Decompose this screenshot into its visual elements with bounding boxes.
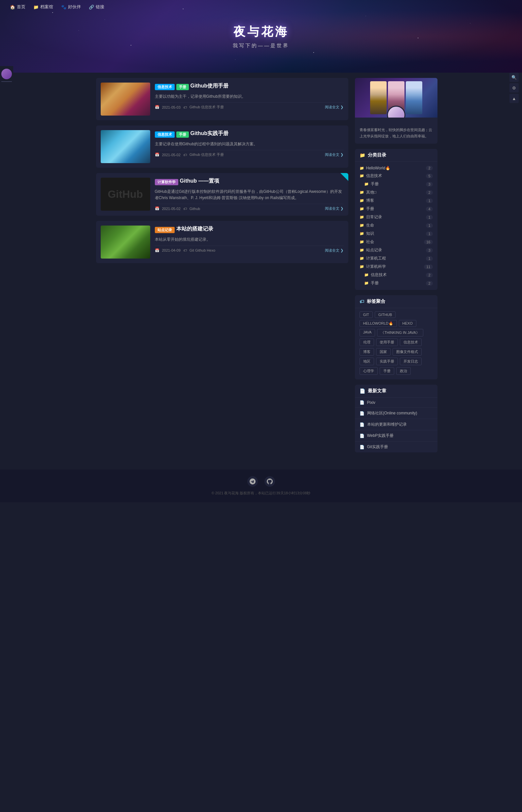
tag-chip[interactable]: 实践手册 <box>376 358 398 365</box>
article-tags: 计算软件学 Github ——置项 <box>155 178 344 187</box>
recent-post-title: Pixiv <box>367 400 376 405</box>
category-name: 📁 计算机科学 <box>360 264 386 269</box>
nav-item-friends[interactable]: 🐾 好伙伴 <box>61 4 81 10</box>
category-item[interactable]: 📁 生命 1 <box>355 221 438 229</box>
home-icon: 🏠 <box>10 5 15 9</box>
recent-post-icon: 📄 <box>360 400 364 405</box>
article-tags: 站点记录 本站的搭建记录 <box>155 226 344 235</box>
category-item-sub[interactable]: 📁 手册 3 <box>355 180 438 188</box>
cat-folder-icon: 📁 <box>360 190 364 195</box>
recent-post-item[interactable]: 📄 网络社区(Online community) <box>355 408 438 419</box>
category-item[interactable]: 📁 手册 4 <box>355 205 438 213</box>
tag-chip[interactable]: GITHUB <box>375 311 396 318</box>
nav-item-home[interactable]: 🏠 首页 <box>10 4 25 10</box>
recent-post-icon: 📄 <box>360 422 364 427</box>
category-item[interactable]: 📁 信息技术 5 <box>355 172 438 180</box>
widget-header-tags: 🏷 标签聚合 <box>355 295 438 308</box>
archive-icon: 📁 <box>33 5 39 9</box>
category-item-sub[interactable]: 📁 手册 2 <box>355 279 438 287</box>
tag-chip[interactable]: JAVA <box>360 329 376 337</box>
cat-folder-icon: 📁 <box>360 248 364 252</box>
article-thumbnail <box>101 83 150 116</box>
article-excerpt: GitHub是通过Git进行版本控制的软件源代码托管服务平台，由GitHub公司… <box>155 188 344 201</box>
footer-copy-text: © 2021 夜与花海 版权所有，本站已运行39天18小时13分08秒 <box>6 491 516 496</box>
right-sidebar-icons: 🔍 ⚙ ▲ <box>509 73 519 103</box>
category-item[interactable]: 📁 日常记录 1 <box>355 213 438 221</box>
article-card: 信息技术 手册 Github使用手册 主要以功能为主干，记录使用Github所需… <box>96 78 348 120</box>
article-card: 站点记录 本站的搭建记录 本站从零开始的填坑搭建记录。 📅 2021-04-09… <box>96 221 348 263</box>
tag-chip[interactable]: 心理学 <box>360 367 378 375</box>
main-content: 信息技术 手册 Github使用手册 主要以功能为主干，记录使用Github所需… <box>96 78 348 458</box>
article-title[interactable]: Github实践手册 <box>190 130 229 137</box>
article-date: 2021-04-09 <box>162 248 181 252</box>
recent-post-icon: 📄 <box>360 445 364 449</box>
tag-chip[interactable]: 图像文件格式 <box>393 348 422 356</box>
tag-chip[interactable]: HEXO <box>399 320 416 327</box>
tag-chip[interactable]: 地区 <box>360 358 374 365</box>
article-title[interactable]: Github使用手册 <box>190 83 229 89</box>
tag-chip[interactable]: 使用手册 <box>376 339 398 346</box>
tag-chip[interactable]: 开发日志 <box>400 358 422 365</box>
profile-quote: 青春倏富蓄时光，轻快的脚步在世间流趟；云上光华从指间绽放，地上人们自由而幸福。 <box>360 127 433 139</box>
read-more-link[interactable]: 阅读全文 ❯ <box>325 152 343 157</box>
article-thumbnail: GitHub <box>101 178 150 211</box>
category-item[interactable]: 📁 站点记录 3 <box>355 246 438 254</box>
read-more-link[interactable]: 阅读全文 ❯ <box>325 206 343 211</box>
recent-post-item[interactable]: 📄 WebP实践手册 <box>355 430 438 442</box>
anime-char-1 <box>370 81 387 114</box>
nav-item-archive[interactable]: 📁 档案馆 <box>33 4 53 10</box>
tag-chip[interactable]: 国家 <box>376 348 390 356</box>
category-name: 📁 手册 <box>360 206 374 212</box>
category-item[interactable]: 📁 博客 1 <box>355 197 438 205</box>
category-item[interactable]: 📁 计算机科学 11 <box>355 263 438 271</box>
category-item[interactable]: 📁 社会 16 <box>355 238 438 246</box>
github-button[interactable] <box>264 476 275 487</box>
nav-item-links[interactable]: 🔗 链接 <box>89 4 104 10</box>
scroll-top-button[interactable]: ▲ <box>509 94 519 103</box>
sidebar: 青春倏富蓄时光，轻快的脚步在世间流趟；云上光华从指间绽放，地上人们自由而幸福。 … <box>355 78 438 458</box>
telegram-button[interactable] <box>247 476 258 487</box>
article-body: 站点记录 本站的搭建记录 本站从零开始的填坑搭建记录。 📅 2021-04-09… <box>155 226 344 259</box>
profile-widget: 青春倏富蓄时光，轻快的脚步在世间流趟；云上光华从指间绽放，地上人们自由而幸福。 <box>355 78 438 144</box>
article-title[interactable]: 本站的搭建记录 <box>176 226 213 232</box>
article-thumbnail <box>101 226 150 259</box>
article-meta-tags: Git Github Hexo <box>189 248 215 252</box>
tag-chip[interactable]: 博客 <box>360 348 374 356</box>
tags-title: 标签聚合 <box>367 299 385 304</box>
article-meta: 📅 2021-05-02 🏷 Github 阅读全文 ❯ <box>155 204 344 211</box>
cat-folder-icon: 📁 <box>360 215 364 219</box>
article-card: GitHub 计算软件学 Github ——置项 GitHub是通过Git进行版… <box>96 173 348 216</box>
folder-widget-icon: 📁 <box>360 153 365 158</box>
tag-chip[interactable]: 《THINKING IN JAVA》 <box>377 329 423 337</box>
article-meta-tags: Github 信息技术 手册 <box>189 152 224 157</box>
recent-post-item[interactable]: 📄 本站的更新和维护记录 <box>355 419 438 430</box>
footer-icons <box>6 476 516 487</box>
tag-icon: 🏷 <box>183 248 187 252</box>
category-name: 📁 知识 <box>360 231 374 237</box>
tag-chip[interactable]: HELLOWORLD🔥 <box>360 320 397 327</box>
recent-post-item[interactable]: 📄 Git实践手册 <box>355 442 438 452</box>
search-button[interactable]: 🔍 <box>509 73 519 82</box>
category-item-sub[interactable]: 📁 信息技术 2 <box>355 271 438 279</box>
read-more-link[interactable]: 阅读全文 ❯ <box>325 105 343 109</box>
tag-chip[interactable]: GIT <box>360 311 373 318</box>
friends-icon: 🐾 <box>61 5 66 9</box>
article-title[interactable]: Github ——置项 <box>180 178 220 185</box>
read-more-link[interactable]: 阅读全文 ❯ <box>325 248 343 253</box>
tag-chip[interactable]: 手册 <box>380 367 394 375</box>
category-item[interactable]: 📁 计算机工程 1 <box>355 254 438 263</box>
tag-chip[interactable]: 信息技术 <box>400 339 422 346</box>
tag-info: 信息技术 <box>155 84 175 90</box>
tag-chip[interactable]: 政治 <box>396 367 411 375</box>
recent-post-title: 本站的更新和维护记录 <box>367 422 407 427</box>
settings-button[interactable]: ⚙ <box>509 83 519 93</box>
recent-post-item[interactable]: 📄 Pixiv <box>355 398 438 408</box>
category-item[interactable]: 📁 知识 1 <box>355 229 438 238</box>
category-item[interactable]: 📁 其他□ 2 <box>355 188 438 197</box>
article-card: 信息技术 手册 Github实践手册 主要记录在使用Github的过程中遇到的问… <box>96 125 348 168</box>
tag-chip[interactable]: 伦理 <box>360 339 374 346</box>
article-meta-tags: Github <box>189 207 200 211</box>
left-avatar[interactable] <box>1 69 12 79</box>
cat-folder-icon: 📁 <box>360 256 364 261</box>
category-item[interactable]: 📁 HelloWorld🔥 2 <box>355 164 438 172</box>
